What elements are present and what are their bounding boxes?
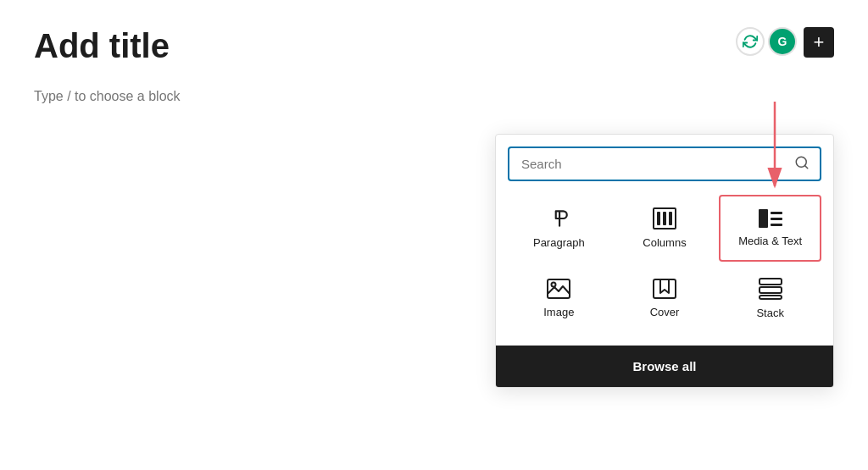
- search-wrapper: [508, 147, 821, 181]
- block-item-stack[interactable]: Stack: [719, 265, 821, 332]
- block-item-paragraph[interactable]: Paragraph: [508, 195, 610, 262]
- paragraph-icon: [548, 207, 570, 229]
- block-item-image[interactable]: Image: [508, 265, 610, 332]
- svg-rect-4: [654, 279, 676, 298]
- stack-label: Stack: [756, 307, 784, 319]
- image-icon: [547, 279, 570, 299]
- search-container: [496, 135, 833, 181]
- blocks-grid: Paragraph Columns: [496, 181, 833, 339]
- cover-icon: [653, 279, 676, 299]
- block-item-cover[interactable]: Cover: [614, 265, 716, 332]
- svg-point-3: [552, 283, 556, 287]
- columns-icon: [653, 207, 676, 229]
- search-input[interactable]: [509, 148, 820, 180]
- svg-rect-2: [548, 279, 570, 298]
- stack-icon: [759, 278, 782, 300]
- media-text-label: Media & Text: [738, 235, 802, 247]
- cover-label: Cover: [650, 306, 680, 318]
- page-title: Add title: [34, 27, 834, 65]
- add-block-button[interactable]: +: [804, 27, 834, 58]
- paragraph-label: Paragraph: [533, 236, 585, 249]
- search-icon: [794, 155, 810, 174]
- block-item-media-text[interactable]: Media & Text: [719, 195, 821, 262]
- svg-rect-6: [760, 287, 782, 293]
- svg-rect-7: [760, 296, 782, 299]
- browse-all-button[interactable]: Browse all: [496, 346, 833, 387]
- svg-line-1: [804, 165, 807, 168]
- image-label: Image: [543, 306, 574, 318]
- avatar-user-icon: G: [768, 27, 797, 56]
- media-text-icon: [759, 209, 782, 228]
- avatar-sync-icon: [736, 27, 765, 56]
- block-picker-panel: Paragraph Columns: [495, 134, 834, 388]
- type-hint: Type / to choose a block: [34, 89, 834, 104]
- block-item-columns[interactable]: Columns: [614, 195, 716, 262]
- columns-label: Columns: [643, 236, 686, 249]
- avatar-group: G: [736, 27, 797, 56]
- svg-rect-5: [760, 279, 782, 285]
